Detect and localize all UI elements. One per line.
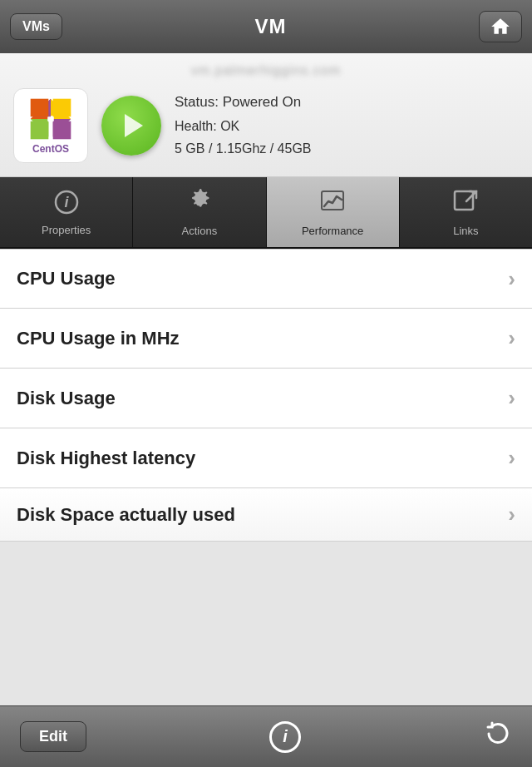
- tab-performance-label: Performance: [302, 225, 363, 237]
- vm-hostname: vm.palmerhiggins.com: [13, 63, 519, 78]
- refresh-icon: [484, 720, 512, 748]
- info-button[interactable]: i: [269, 721, 301, 753]
- performance-list: CPU Usage › CPU Usage in MHz › Disk Usag…: [0, 249, 532, 542]
- chevron-right-icon: ›: [508, 325, 515, 351]
- svg-rect-13: [455, 191, 473, 210]
- chevron-right-icon: ›: [508, 445, 515, 471]
- perf-item-label: Disk Space actually used: [17, 504, 235, 526]
- vm-status: Status: Powered On: [175, 91, 519, 115]
- properties-icon: i: [53, 189, 80, 220]
- page-title: VM: [254, 15, 286, 38]
- perf-item-label: Disk Usage: [17, 388, 116, 409]
- edit-button[interactable]: Edit: [20, 721, 86, 752]
- vm-status-info: Status: Powered On Health: OK 5 GB / 1.1…: [175, 91, 519, 160]
- tab-properties-label: Properties: [42, 224, 91, 236]
- vm-play-button[interactable]: [101, 96, 161, 156]
- tab-actions-label: Actions: [182, 225, 218, 237]
- tab-performance[interactable]: Performance: [267, 177, 400, 247]
- vm-details-row: CentOS Status: Powered On Health: OK 5 G…: [13, 88, 519, 163]
- perf-item-label: CPU Usage: [17, 268, 116, 289]
- centos-icon: [28, 96, 73, 141]
- list-item[interactable]: CPU Usage ›: [0, 249, 532, 309]
- chevron-right-icon: ›: [508, 266, 515, 292]
- perf-item-label: CPU Usage in MHz: [17, 328, 180, 349]
- list-item[interactable]: Disk Highest latency ›: [0, 428, 532, 488]
- perf-item-label: Disk Highest latency: [17, 448, 195, 469]
- vm-specs: 5 GB / 1.15Ghz / 45GB: [175, 137, 519, 160]
- info-icon: i: [283, 727, 288, 746]
- play-icon: [125, 114, 143, 137]
- tab-actions[interactable]: Actions: [133, 177, 266, 247]
- tab-bar: i Properties Actions Performance: [0, 177, 532, 249]
- vm-health: Health: OK: [175, 115, 519, 137]
- vm-os-logo: CentOS: [13, 88, 88, 163]
- list-item[interactable]: Disk Space actually used ›: [0, 488, 532, 542]
- home-icon: [490, 16, 511, 37]
- tab-links-label: Links: [453, 225, 478, 237]
- os-name-label: CentOS: [32, 143, 69, 155]
- home-button[interactable]: [479, 11, 522, 42]
- actions-icon: [185, 188, 214, 220]
- chevron-right-icon: ›: [508, 502, 515, 527]
- tab-properties[interactable]: i Properties: [0, 177, 133, 247]
- svg-text:i: i: [64, 194, 69, 210]
- vm-info-section: vm.palmerhiggins.com: [0, 53, 532, 177]
- svg-rect-8: [47, 116, 54, 122]
- bottom-bar: Edit i: [0, 705, 532, 767]
- list-item[interactable]: Disk Usage ›: [0, 369, 532, 428]
- top-nav-bar: VMs VM: [0, 0, 532, 53]
- chevron-right-icon: ›: [508, 385, 515, 411]
- svg-point-11: [195, 198, 203, 205]
- svg-line-14: [466, 191, 476, 201]
- tab-links[interactable]: Links: [400, 177, 532, 247]
- refresh-button[interactable]: [484, 720, 512, 754]
- performance-icon: [318, 188, 347, 220]
- list-item[interactable]: CPU Usage in MHz ›: [0, 309, 532, 369]
- vms-button[interactable]: VMs: [10, 13, 62, 40]
- links-icon: [451, 188, 480, 220]
